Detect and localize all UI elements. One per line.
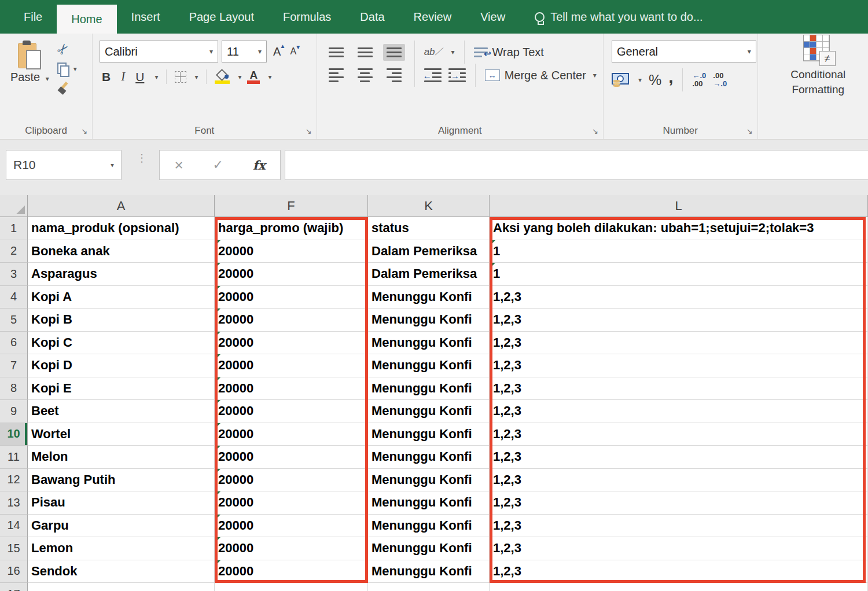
row-header-17[interactable]: 17 (0, 583, 28, 591)
cell-L11[interactable]: 1,2,3 (490, 446, 868, 469)
increase-indent-button[interactable]: → (448, 68, 466, 82)
cell-F1[interactable]: harga_promo (wajib) (215, 217, 368, 240)
cell-K13[interactable]: Menunggu Konfi (368, 491, 490, 515)
alignment-dialog-launcher-icon[interactable]: ↘ (592, 127, 598, 135)
tab-file[interactable]: File (9, 0, 57, 34)
accounting-dropdown-arrow[interactable]: ▾ (638, 76, 642, 84)
cell-L10[interactable]: 1,2,3 (490, 423, 868, 446)
bold-button[interactable]: B (100, 70, 113, 84)
italic-button[interactable]: I (119, 69, 127, 84)
align-left-button[interactable] (325, 65, 347, 86)
font-color-button[interactable]: A (247, 70, 260, 84)
row-header-4[interactable]: 4 (0, 286, 28, 309)
tab-view[interactable]: View (466, 0, 520, 34)
cell-L2[interactable]: 1 (490, 240, 868, 263)
underline-button[interactable]: U (133, 70, 146, 84)
merge-center-dropdown-arrow[interactable]: ▾ (593, 71, 597, 79)
fill-color-button[interactable] (215, 70, 230, 84)
font-size-dropdown-arrow[interactable]: ▾ (258, 47, 262, 56)
middle-align-button[interactable] (354, 44, 376, 61)
cell-F14[interactable]: 20000 (215, 515, 368, 538)
tab-formulas[interactable]: Formulas (269, 0, 345, 34)
enter-icon[interactable]: ✓ (213, 157, 223, 172)
cell-F17[interactable] (215, 583, 368, 591)
accounting-format-button[interactable] (612, 73, 629, 87)
merge-center-button[interactable]: ↔ Merge & Center ▾ (485, 69, 597, 82)
wrap-text-button[interactable]: ↩ Wrap Text (474, 46, 544, 59)
cell-A10[interactable]: Wortel (28, 423, 215, 446)
number-format-dropdown-arrow[interactable]: ▾ (748, 47, 751, 56)
cell-F13[interactable]: 20000 (215, 491, 368, 515)
cell-L5[interactable]: 1,2,3 (490, 309, 868, 332)
row-header-13[interactable]: 13 (0, 491, 28, 515)
cell-L1[interactable]: Aksi yang boleh dilakukan: ubah=1;setuju… (490, 217, 868, 240)
row-header-3[interactable]: 3 (0, 263, 28, 286)
top-align-button[interactable] (325, 44, 347, 61)
decrease-font-size-button[interactable]: A▼ (287, 46, 299, 57)
cell-F16[interactable]: 20000 (215, 560, 368, 583)
cell-K7[interactable]: Menunggu Konfi (368, 354, 490, 377)
decrease-indent-button[interactable]: ← (424, 68, 442, 82)
tab-data[interactable]: Data (345, 0, 399, 34)
cell-A13[interactable]: Pisau (28, 491, 215, 515)
underline-dropdown-arrow[interactable]: ▾ (155, 73, 158, 81)
cell-F3[interactable]: 20000 (215, 263, 368, 286)
align-right-button[interactable] (383, 65, 405, 86)
cell-A7[interactable]: Kopi D (28, 354, 215, 377)
cell-F9[interactable]: 20000 (215, 400, 368, 423)
tab-page-layout[interactable]: Page Layout (175, 0, 269, 34)
cell-K16[interactable]: Menunggu Konfi (368, 560, 490, 583)
cell-L17[interactable] (490, 583, 868, 591)
format-painter-button[interactable] (57, 81, 77, 96)
cell-K10[interactable]: Menunggu Konfi (368, 423, 490, 446)
font-name-dropdown-arrow[interactable]: ▾ (209, 47, 213, 56)
column-header-a[interactable]: A (28, 195, 215, 217)
cell-K3[interactable]: Dalam Pemeriksa (368, 263, 490, 286)
row-header-9[interactable]: 9 (0, 400, 28, 423)
cell-F7[interactable]: 20000 (215, 354, 368, 377)
cell-L13[interactable]: 1,2,3 (490, 491, 868, 515)
orientation-button[interactable]: ab⟋ (424, 46, 442, 58)
cell-F4[interactable]: 20000 (215, 286, 368, 309)
cell-K9[interactable]: Menunggu Konfi (368, 400, 490, 423)
cell-A14[interactable]: Garpu (28, 515, 215, 538)
cell-K6[interactable]: Menunggu Konfi (368, 332, 490, 355)
clipboard-dialog-launcher-icon[interactable]: ↘ (81, 127, 87, 135)
cell-L14[interactable]: 1,2,3 (490, 515, 868, 538)
cell-A16[interactable]: Sendok (28, 560, 215, 583)
cell-L6[interactable]: 1,2,3 (490, 332, 868, 355)
borders-dropdown-arrow[interactable]: ▾ (194, 73, 198, 81)
orientation-dropdown-arrow[interactable]: ▾ (451, 48, 454, 56)
row-header-14[interactable]: 14 (0, 515, 28, 538)
row-header-2[interactable]: 2 (0, 240, 28, 263)
cell-K4[interactable]: Menunggu Konfi (368, 286, 490, 309)
insert-function-icon[interactable]: fx (253, 158, 266, 172)
cell-L3[interactable]: 1 (490, 263, 868, 286)
decrease-decimal-button[interactable]: .00→.0 (713, 72, 727, 88)
row-header-6[interactable]: 6 (0, 332, 28, 355)
select-all-button[interactable] (0, 195, 28, 217)
name-box-dropdown-arrow[interactable]: ▾ (111, 161, 114, 169)
paste-button[interactable]: Paste ▾ (10, 41, 49, 123)
cell-A1[interactable]: nama_produk (opsional) (28, 217, 215, 240)
cell-A12[interactable]: Bawang Putih (28, 469, 215, 492)
row-header-12[interactable]: 12 (0, 469, 28, 492)
cell-L9[interactable]: 1,2,3 (490, 400, 868, 423)
font-dialog-launcher-icon[interactable]: ↘ (306, 127, 312, 135)
increase-decimal-button[interactable]: ←.0.00 (692, 72, 706, 88)
row-header-10[interactable]: 10 (0, 423, 28, 446)
cell-A9[interactable]: Beet (28, 400, 215, 423)
tell-me-box[interactable]: Tell me what you want to do... (535, 0, 703, 34)
tab-home[interactable]: Home (57, 5, 116, 34)
cell-K2[interactable]: Dalam Pemeriksa (368, 240, 490, 263)
cell-A6[interactable]: Kopi C (28, 332, 215, 355)
cell-F15[interactable]: 20000 (215, 537, 368, 560)
cell-F5[interactable]: 20000 (215, 309, 368, 332)
tab-insert[interactable]: Insert (117, 0, 175, 34)
cell-A2[interactable]: Boneka anak (28, 240, 215, 263)
cell-A11[interactable]: Melon (28, 446, 215, 469)
cell-L15[interactable]: 1,2,3 (490, 537, 868, 560)
cell-A3[interactable]: Asparagus (28, 263, 215, 286)
conditional-formatting-button[interactable]: ≠ Conditional Formatting (768, 35, 868, 97)
cut-button[interactable]: ✂ (57, 42, 77, 57)
